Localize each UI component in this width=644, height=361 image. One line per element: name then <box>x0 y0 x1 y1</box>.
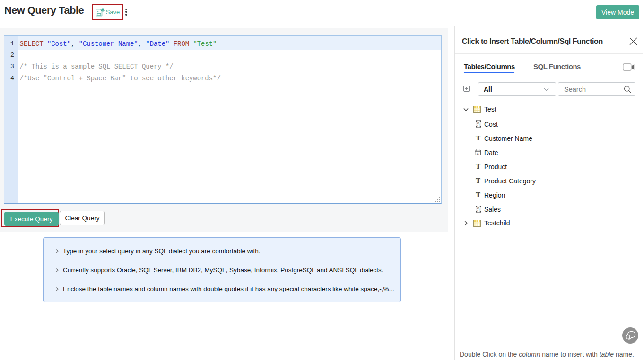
svg-text:10: 10 <box>477 207 480 211</box>
svg-text:10: 10 <box>477 122 480 126</box>
svg-text:17: 17 <box>476 152 479 155</box>
